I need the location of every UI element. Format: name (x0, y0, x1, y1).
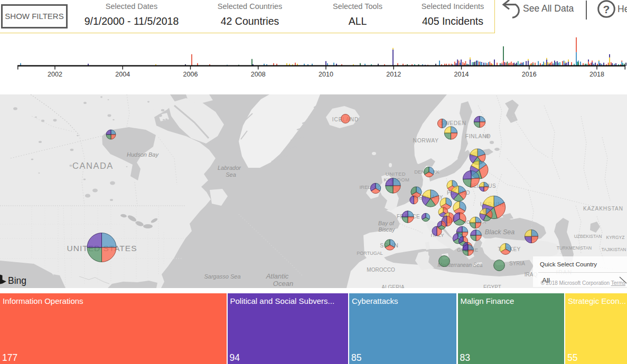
svg-text:PORTUGAL: PORTUGAL (357, 251, 382, 256)
svg-text:Atlantic: Atlantic (266, 272, 289, 280)
svg-text:TAJIKISTAN: TAJIKISTAN (602, 247, 626, 252)
svg-text:SYRIA: SYRIA (509, 261, 525, 266)
svg-text:FINLAND: FINLAND (465, 133, 491, 139)
svg-text:2004: 2004 (115, 71, 130, 78)
svg-text:KYRGYZ: KYRGYZ (606, 235, 625, 240)
svg-text:MOROCCO: MOROCCO (367, 267, 395, 273)
svg-text:Sargasso Sea: Sargasso Sea (204, 273, 240, 280)
svg-text:Hudson Bay: Hudson Bay (127, 151, 159, 158)
svg-text:UZBEKISTAN: UZBEKISTAN (574, 234, 602, 239)
svg-text:2018: 2018 (589, 71, 604, 78)
svg-text:KAZAKHSTAN: KAZAKHSTAN (583, 206, 623, 212)
svg-text:Biscay: Biscay (379, 226, 396, 233)
svg-text:2014: 2014 (454, 71, 469, 78)
svg-text:TURKMENISTAN: TURKMENISTAN (557, 245, 592, 251)
svg-text:2006: 2006 (183, 71, 198, 78)
svg-text:UNITED: UNITED (386, 171, 406, 177)
svg-text:2012: 2012 (386, 71, 401, 78)
svg-text:Bay of: Bay of (378, 220, 395, 226)
svg-text:Sea: Sea (226, 171, 236, 178)
svg-text:Black Sea: Black Sea (485, 228, 514, 236)
svg-text:2002: 2002 (48, 71, 62, 78)
svg-text:2008: 2008 (251, 71, 266, 78)
svg-text:2016: 2016 (522, 71, 537, 78)
svg-text:NORWAY: NORWAY (413, 137, 439, 143)
svg-text:Labrador: Labrador (218, 165, 241, 171)
svg-text:CANADA: CANADA (72, 161, 114, 170)
svg-text:2010: 2010 (319, 71, 333, 78)
